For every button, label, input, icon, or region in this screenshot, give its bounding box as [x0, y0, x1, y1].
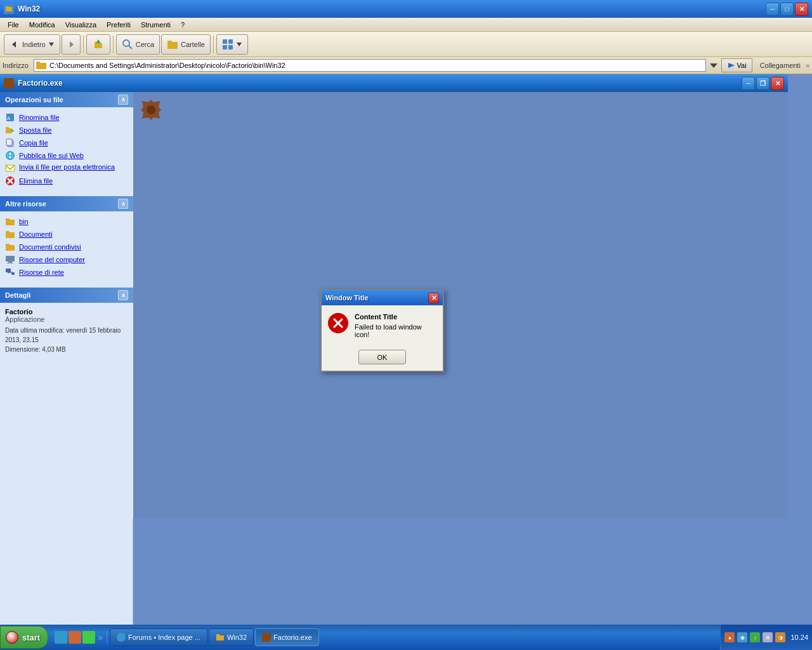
views-button[interactable]	[216, 34, 248, 55]
details-size: Dimensione: 4,03 MB	[5, 345, 128, 354]
tray-icon-5[interactable]: ◑	[775, 632, 785, 642]
svg-rect-5	[95, 43, 102, 48]
svg-rect-43	[7, 263, 13, 263]
inner-titlebar: Factorio.exe ─ ❐ ✕	[0, 74, 788, 92]
details-type: Applicazione	[5, 315, 128, 323]
taskbar-win32-item[interactable]: Win32	[209, 628, 254, 646]
window-icon	[4, 4, 14, 14]
move-file-item[interactable]: Sposta file	[3, 124, 131, 136]
delete-file-item[interactable]: Elimina file	[3, 175, 131, 187]
ql-firefox-icon[interactable]	[69, 631, 81, 644]
svg-marker-3	[49, 43, 54, 46]
rename-file-item[interactable]: A Rinomina file	[3, 111, 131, 124]
svg-marker-25	[11, 129, 15, 132]
web-label: Pubblica file sul Web	[19, 152, 84, 159]
go-button[interactable]: Vai	[721, 58, 752, 72]
network-item[interactable]: Risorse di rete	[3, 266, 131, 279]
tray-icon-1[interactable]: ▲	[724, 632, 735, 642]
svg-marker-20	[728, 63, 735, 68]
details-name: Factorio	[5, 308, 128, 315]
svg-line-9	[129, 46, 132, 49]
file-tasks-section: Operazioni su file ∧ A Rinomina file	[0, 92, 133, 191]
back-button[interactable]: Indietro	[4, 34, 60, 55]
menu-preferiti[interactable]: Preferiti	[102, 20, 136, 30]
start-label: start	[22, 633, 40, 642]
svg-rect-0	[6, 7, 12, 11]
menu-strumenti[interactable]: Strumenti	[136, 20, 176, 30]
bin-item[interactable]: bin	[3, 215, 131, 228]
rename-icon: A	[5, 112, 15, 123]
toolbar-separator-1	[83, 36, 84, 53]
svg-rect-17	[36, 63, 46, 69]
close-button[interactable]: ✕	[795, 3, 808, 16]
shared-folder-icon	[5, 242, 15, 252]
network-icon	[5, 267, 15, 277]
toolbar-separator-3	[213, 36, 214, 53]
documents-item[interactable]: Documenti	[3, 228, 131, 241]
bin-folder-icon	[5, 216, 15, 227]
outer-main-area: Factorio.exe ─ ❐ ✕	[133, 74, 812, 625]
minimize-button[interactable]: ─	[766, 3, 779, 16]
other-resources-collapse[interactable]: ∧	[118, 199, 128, 209]
quick-launch-bar: »	[51, 631, 107, 644]
taskbar-factorio-item[interactable]: Factorio.exe	[255, 628, 319, 646]
menu-visualizza[interactable]: Visualizza	[60, 20, 102, 30]
address-bar: Indirizzo Vai Collegamenti »	[0, 57, 812, 74]
taskbar-forums-item[interactable]: Forums • Index page ...	[110, 628, 207, 646]
tray-icon-2[interactable]: ◉	[737, 632, 747, 642]
menu-file[interactable]: File	[3, 20, 24, 30]
search-icon	[122, 39, 133, 50]
dialog-close-button[interactable]: ✕	[428, 293, 439, 303]
address-dropdown-icon[interactable]	[709, 60, 719, 70]
address-input[interactable]	[48, 60, 705, 71]
inner-body: Operazioni su file ∧ A Rinomina file	[0, 92, 788, 519]
svg-rect-40	[6, 244, 10, 246]
rename-label: Rinomina file	[19, 114, 60, 121]
svg-marker-19	[710, 63, 717, 68]
inner-restore-button[interactable]: ❐	[756, 77, 769, 90]
go-label: Vai	[737, 62, 747, 69]
inner-minimize-button[interactable]: ─	[742, 77, 755, 90]
system-tray: ▲ ◉ ♪ ⊞ ◑ 10.24	[720, 625, 812, 650]
details-collapse[interactable]: ∧	[118, 290, 128, 300]
dialog-message: Failed to load window icon!	[355, 323, 436, 338]
inner-close-button[interactable]: ✕	[771, 77, 784, 90]
shared-docs-label: Documenti condivisi	[19, 243, 81, 251]
file-tasks-collapse[interactable]: ∧	[118, 95, 128, 105]
svg-rect-15	[228, 45, 233, 50]
inner-window-icon	[4, 78, 14, 88]
tray-icon-4[interactable]: ⊞	[763, 632, 773, 642]
views-dropdown-icon	[236, 39, 242, 50]
menu-help[interactable]: ?	[176, 20, 190, 30]
shared-docs-item[interactable]: Documenti condivisi	[3, 241, 131, 253]
dialog-ok-button[interactable]: OK	[358, 350, 406, 364]
copy-file-item[interactable]: Copia file	[3, 136, 131, 149]
outer-window-controls: ─ □ ✕	[766, 3, 808, 16]
address-container	[34, 59, 706, 72]
toolbar: Indietro Cerca	[0, 32, 812, 57]
outer-window-title: Win32	[18, 4, 766, 13]
search-button[interactable]: Cerca	[116, 34, 160, 55]
ql-chrome-icon[interactable]	[82, 631, 95, 644]
svg-rect-12	[223, 39, 227, 44]
folders-button[interactable]: Cartelle	[161, 34, 211, 55]
dialog-overlay: Window Title ✕	[133, 92, 788, 519]
delete-icon	[5, 176, 15, 186]
win32-taskbar-label: Win32	[227, 633, 247, 641]
menu-modifica[interactable]: Modifica	[24, 20, 60, 30]
start-button[interactable]: start	[0, 626, 48, 649]
up-button[interactable]	[86, 34, 110, 55]
inner-explorer-window: Factorio.exe ─ ❐ ✕	[0, 74, 788, 519]
svg-point-8	[123, 40, 129, 46]
computer-item[interactable]: Risorse del computer	[3, 253, 131, 266]
maximize-button[interactable]: □	[780, 3, 794, 16]
x-icon	[332, 317, 344, 329]
ql-ie-icon[interactable]	[55, 631, 67, 644]
dialog-footer: OK	[322, 346, 443, 371]
start-orb	[6, 631, 18, 644]
forward-button[interactable]	[62, 34, 81, 55]
tray-icon-3[interactable]: ♪	[750, 632, 760, 642]
web-publish-item[interactable]: Pubblica file sul Web	[3, 149, 131, 162]
svg-rect-44	[6, 269, 11, 272]
email-file-item[interactable]: Invia il file per posta elettronica	[3, 162, 131, 175]
